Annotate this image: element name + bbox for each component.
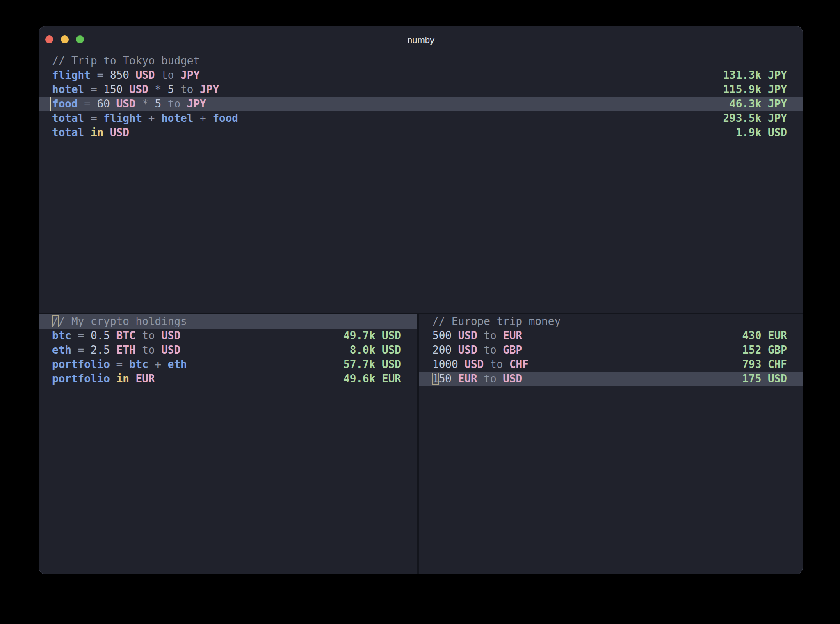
token: portfolio — [52, 358, 110, 370]
token — [452, 329, 458, 342]
token: = — [110, 358, 129, 370]
token: 850 — [110, 69, 129, 81]
expression: portfolio in EUR — [52, 372, 155, 386]
token: ETH — [116, 344, 136, 356]
token: USD — [464, 358, 484, 370]
result-value: 57.7k USD — [343, 357, 401, 372]
token: portfolio — [52, 373, 110, 385]
result-value: 293.5k JPY — [723, 111, 787, 126]
code-line[interactable]: portfolio = btc + eth57.7k USD — [39, 357, 417, 372]
result-value: 8.0k USD — [350, 343, 401, 357]
token: btc — [52, 329, 71, 342]
token: USD — [136, 69, 155, 81]
code-line[interactable]: flight = 850 USD to JPY131.3k JPY — [39, 68, 803, 82]
token: = — [71, 329, 91, 342]
expression: hotel = 150 USD * 5 to JPY — [52, 82, 219, 97]
token: eth — [52, 344, 71, 356]
token — [129, 373, 136, 385]
result-value: 793 CHF — [742, 357, 787, 372]
token: food — [52, 98, 78, 110]
code-line[interactable]: portfolio in EUR49.6k EUR — [39, 372, 417, 386]
token: USD — [161, 329, 180, 342]
code-line[interactable]: total in USD1.9k USD — [39, 126, 803, 140]
token — [129, 69, 136, 81]
token: in — [116, 373, 129, 385]
code-line[interactable]: // Trip to Tokyo budget — [39, 54, 803, 68]
code-line[interactable]: total = flight + hotel + food293.5k JPY — [39, 111, 803, 126]
token: 5 — [155, 98, 162, 110]
token: hotel — [52, 83, 84, 96]
token: JPY — [180, 69, 200, 81]
token: = — [71, 344, 91, 356]
token: 2.5 — [91, 344, 110, 356]
expression: // Trip to Tokyo budget — [52, 54, 200, 68]
text-cursor-bar — [50, 97, 51, 111]
code-line[interactable]: // Europe trip money — [419, 314, 803, 329]
token: food — [212, 112, 238, 124]
token: to — [136, 344, 162, 356]
token: = — [84, 112, 103, 124]
token: USD — [503, 373, 522, 385]
token — [110, 373, 116, 385]
token — [110, 329, 116, 342]
expression: food = 60 USD * 5 to JPY — [52, 97, 206, 111]
expression: eth = 2.5 ETH to USD — [52, 343, 180, 357]
token: 60 — [97, 98, 110, 110]
token: JPY — [187, 98, 206, 110]
code-line[interactable]: 500 USD to EUR430 EUR — [419, 329, 803, 343]
token: = — [91, 69, 110, 81]
token: = — [84, 83, 103, 96]
expression: 200 USD to GBP — [432, 343, 522, 357]
result-value: 430 EUR — [742, 329, 787, 343]
token: GBP — [503, 344, 522, 356]
expression: portfolio = btc + eth — [52, 357, 187, 372]
token: hotel — [161, 112, 193, 124]
text-cursor-box: 1 — [432, 373, 439, 385]
code-line[interactable]: 200 USD to GBP152 GBP — [419, 343, 803, 357]
token: // My crypto holdings — [52, 315, 187, 327]
token: total — [52, 126, 84, 139]
token: EUR — [136, 373, 155, 385]
token: // Europe trip money — [432, 315, 561, 327]
token: to — [484, 358, 509, 370]
code-line[interactable]: // My crypto holdings — [39, 314, 417, 329]
code-line[interactable]: eth = 2.5 ETH to USD8.0k USD — [39, 343, 417, 357]
token: = — [78, 98, 97, 110]
token: eth — [168, 358, 187, 370]
code-line[interactable]: 1000 USD to CHF793 CHF — [419, 357, 803, 372]
token: btc — [129, 358, 148, 370]
token: 150 — [103, 83, 123, 96]
token: USD — [458, 344, 477, 356]
expression: // My crypto holdings — [52, 314, 187, 329]
token: 0.5 — [91, 329, 110, 342]
expression: total in USD — [52, 126, 129, 140]
token: USD — [129, 83, 148, 96]
token: to — [161, 98, 187, 110]
token: to — [174, 83, 200, 96]
code-line[interactable]: btc = 0.5 BTC to USD49.7k USD — [39, 329, 417, 343]
expression: flight = 850 USD to JPY — [52, 68, 200, 82]
editor-pane-top[interactable]: // Trip to Tokyo budgetflight = 850 USD … — [39, 54, 803, 140]
expression: 500 USD to EUR — [432, 329, 522, 343]
token: to — [136, 329, 162, 342]
token: * — [136, 98, 155, 110]
code-line[interactable]: 150 EUR to USD175 USD — [419, 372, 803, 386]
token: USD — [458, 329, 477, 342]
editor-pane-bottom-right[interactable]: // Europe trip money500 USD to EUR430 EU… — [419, 314, 803, 386]
token — [452, 373, 458, 385]
code-line[interactable]: hotel = 150 USD * 5 to JPY115.9k JPY — [39, 82, 803, 97]
result-value: 175 USD — [742, 372, 787, 386]
token: + — [148, 358, 168, 370]
token — [123, 83, 129, 96]
token — [452, 344, 458, 356]
code-line[interactable]: food = 60 USD * 5 to JPY46.3k JPY — [39, 97, 803, 111]
text-cursor-box: / — [52, 315, 59, 327]
result-value: 115.9k JPY — [723, 82, 787, 97]
editor-pane-bottom-left[interactable]: // My crypto holdingsbtc = 0.5 BTC to US… — [39, 314, 417, 386]
expression: btc = 0.5 BTC to USD — [52, 329, 180, 343]
token: EUR — [503, 329, 522, 342]
window-title: numby — [39, 35, 803, 46]
titlebar[interactable]: numby — [39, 26, 803, 53]
token — [84, 126, 91, 139]
token: 1000 — [432, 358, 458, 370]
